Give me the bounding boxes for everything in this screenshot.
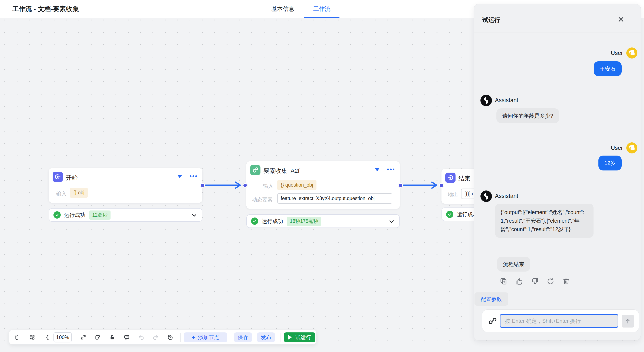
undo-icon[interactable]	[138, 334, 144, 340]
link-icon[interactable]	[488, 317, 497, 326]
input-field-label: 输入	[263, 183, 273, 189]
comment-icon[interactable]	[124, 334, 130, 340]
status-text: 运行成功	[64, 212, 86, 219]
input-field-label: 输入	[56, 190, 66, 197]
duration-badge: 18秒175毫秒	[287, 217, 321, 226]
duration-badge: 12毫秒	[89, 211, 110, 220]
output-field-label: 输出	[448, 191, 458, 198]
role-label: User	[611, 145, 623, 151]
chevron-down-icon[interactable]	[191, 212, 197, 218]
pointer-frame-icon[interactable]	[95, 334, 101, 340]
chevron-down-icon[interactable]	[375, 168, 380, 171]
tab-workflow[interactable]: 工作流	[310, 0, 333, 18]
more-menu-icon[interactable]	[387, 169, 394, 170]
user-avatar	[626, 142, 638, 153]
retry-icon[interactable]	[547, 278, 554, 285]
edge-arrowhead-icon	[430, 181, 438, 189]
message-role-row: User	[611, 142, 638, 153]
role-label: Assistant	[495, 193, 518, 199]
chevron-down-icon[interactable]	[389, 219, 394, 225]
more-menu-icon[interactable]	[190, 175, 197, 177]
edge-start-to-collect[interactable]	[205, 185, 239, 186]
toolbar-separator	[280, 333, 280, 342]
assistant-avatar	[480, 190, 492, 202]
dynamic-value-input[interactable]: feature_extract_X3yX4.output.question_ob…	[277, 193, 392, 204]
port-collect-input[interactable]	[243, 183, 248, 188]
chat-input-container	[482, 310, 639, 332]
layout-icon[interactable]	[29, 334, 35, 340]
zoom-level-control[interactable]: 100%	[54, 332, 72, 343]
expand-icon[interactable]	[80, 334, 86, 340]
assistant-message-bubble: 请问你的年龄是多少?	[496, 108, 559, 123]
chat-message-input[interactable]	[500, 314, 618, 328]
redo-icon[interactable]	[153, 334, 159, 340]
thumbs-down-icon[interactable]	[531, 278, 539, 285]
canvas-toolbar: 100% + 添加节点	[9, 330, 316, 345]
thumbs-up-icon[interactable]	[516, 278, 523, 285]
user-avatar	[626, 47, 638, 58]
publish-button[interactable]: 发布	[257, 333, 275, 342]
node-start[interactable]: 开始 输入 {} obj	[49, 168, 202, 203]
panel-title: 试运行	[482, 16, 500, 24]
port-end-input[interactable]	[439, 183, 444, 188]
send-button[interactable]	[622, 315, 634, 328]
exit-circle-icon	[445, 173, 456, 183]
message-role-row: Assistant	[480, 190, 518, 202]
node-title: 开始	[66, 174, 78, 182]
close-icon[interactable]	[618, 16, 624, 23]
copy-icon[interactable]	[500, 278, 507, 285]
success-check-icon	[251, 218, 258, 225]
enter-circle-icon	[52, 172, 63, 182]
port-collect-output[interactable]	[398, 183, 403, 188]
toolbar-separator	[231, 333, 231, 342]
page-title: 工作流 - 文档-要素收集	[12, 0, 79, 18]
configure-params-link[interactable]: 配置参数	[474, 292, 508, 306]
mouse-icon[interactable]	[14, 334, 20, 340]
edge-arrowhead-icon	[234, 181, 242, 189]
active-tab-underline	[304, 17, 340, 18]
brace-icon[interactable]	[44, 334, 50, 340]
assistant-avatar	[480, 95, 492, 106]
panel-divider	[474, 32, 640, 33]
delete-icon[interactable]	[562, 278, 570, 285]
lock-icon[interactable]	[109, 334, 115, 340]
chevron-down-icon[interactable]	[178, 175, 182, 178]
system-message-bubble: 流程结束	[497, 257, 530, 272]
assistant-json-bubble: {"output":[{"element":"姓名","count":1,"re…	[495, 204, 594, 238]
node-collect[interactable]: 要素收集_A2f 输入 {} question_obj 动态要素 feature…	[246, 161, 400, 209]
test-run-panel: 试运行 User 王安石	[474, 4, 641, 341]
node-title: 要素收集_A2f	[264, 167, 300, 175]
message-role-row: Assistant	[480, 95, 518, 106]
toolbar-separator	[180, 333, 180, 342]
role-label: Assistant	[495, 97, 518, 104]
add-node-button[interactable]: + 添加节点	[184, 333, 227, 342]
node-title: 结束	[458, 175, 470, 183]
input-variable-tag[interactable]: {} obj	[70, 188, 88, 198]
test-run-button[interactable]: 试运行	[284, 333, 316, 342]
play-icon	[288, 335, 292, 340]
success-check-icon	[54, 211, 61, 219]
status-text: 运行成功	[262, 218, 283, 225]
dynamic-field-label: 动态要素	[252, 196, 273, 203]
input-variable-tag[interactable]: {} question_obj	[277, 180, 316, 190]
history-icon[interactable]	[167, 334, 173, 340]
workflow-editor: 开始 输入 {} obj 运行成功 12毫秒 要素	[0, 0, 644, 352]
linked-circles-icon	[250, 165, 260, 175]
plus-icon: +	[192, 334, 196, 341]
user-message-bubble: 12岁	[598, 156, 622, 170]
message-role-row: User	[611, 47, 638, 58]
save-button[interactable]: 保存	[234, 333, 252, 342]
role-label: User	[611, 50, 623, 56]
tab-basic-info[interactable]: 基本信息	[269, 0, 296, 18]
arrow-up-icon	[624, 318, 631, 324]
port-start-output[interactable]	[200, 183, 205, 188]
status-bar-collect: 运行成功 18秒175毫秒	[246, 214, 400, 228]
user-message-bubble: 王安石	[594, 61, 622, 76]
success-check-icon	[446, 211, 454, 218]
status-bar-start: 运行成功 12毫秒	[49, 208, 202, 222]
